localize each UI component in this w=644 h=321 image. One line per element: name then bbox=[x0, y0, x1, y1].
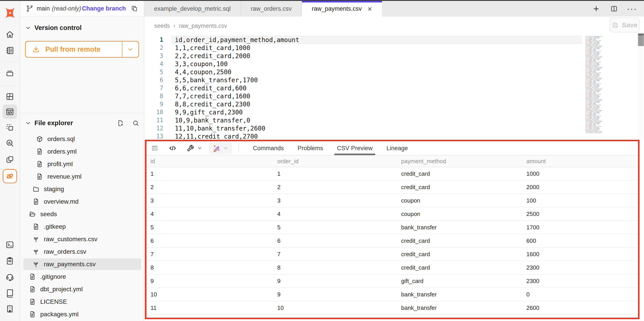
split-view-icon[interactable] bbox=[610, 5, 618, 13]
search-chart-icon[interactable] bbox=[5, 138, 14, 148]
cell: 2 bbox=[273, 184, 397, 191]
home-icon[interactable] bbox=[5, 30, 14, 39]
table-icon[interactable] bbox=[150, 144, 159, 152]
file-item-label: raw_payments.csv bbox=[44, 261, 96, 268]
code-line: 87,7,credit_card,1600 bbox=[144, 92, 636, 100]
notebook-icon[interactable] bbox=[5, 46, 14, 55]
breadcrumb-separator: › bbox=[173, 22, 175, 29]
file-item-license[interactable]: LICENSE bbox=[23, 296, 141, 308]
file-item-orders-sql[interactable]: orders.sql bbox=[23, 133, 141, 145]
line-number: 12 bbox=[144, 125, 163, 132]
line-number: 1 bbox=[144, 36, 163, 43]
line-number: 5 bbox=[144, 69, 163, 75]
clipboard-icon[interactable] bbox=[5, 256, 14, 266]
breadcrumb-parent[interactable]: seeds bbox=[154, 22, 170, 29]
folder-item-seeds[interactable]: seeds bbox=[23, 208, 141, 220]
new-tab-icon[interactable]: + bbox=[592, 5, 600, 13]
file-item-packages-yml[interactable]: packages.yml bbox=[23, 308, 141, 320]
file-item-overview-md[interactable]: overview.md bbox=[23, 196, 141, 208]
chevron-down-icon[interactable] bbox=[223, 146, 228, 151]
code-editor[interactable]: 1id,order_id,payment_method,amount 21,1,… bbox=[144, 36, 636, 141]
table-row: 88credit_card2300 bbox=[146, 261, 638, 274]
file-item-gitkeep[interactable]: .gitkeep bbox=[23, 221, 141, 232]
book-icon[interactable] bbox=[5, 288, 14, 298]
file-explorer-title: File explorer bbox=[34, 119, 73, 127]
tab-lineage[interactable]: Lineage bbox=[386, 141, 408, 155]
scrollbar-thumb[interactable] bbox=[638, 34, 644, 46]
file-item-label: orders.yml bbox=[48, 148, 77, 155]
minimap[interactable]: id,order_id,payment_method,amount 1,1,cr… bbox=[586, 36, 602, 140]
bottom-panel-toolbar: Commands Problems CSV Preview Lineage bbox=[146, 141, 638, 156]
archive-icon[interactable] bbox=[5, 68, 14, 78]
tab-commands[interactable]: Commands bbox=[253, 141, 284, 155]
doc-icon bbox=[28, 286, 36, 293]
bp-tab-label: Problems bbox=[298, 145, 323, 152]
file-item-revenue-yml[interactable]: revenue.yml bbox=[23, 171, 141, 182]
external-window-icon[interactable] bbox=[5, 155, 14, 164]
pull-button-main[interactable]: Pull from remote bbox=[26, 42, 122, 57]
change-branch-link[interactable]: Change branch bbox=[82, 5, 126, 12]
file-item-dbt-project-yml[interactable]: dbt_project.yml bbox=[23, 284, 141, 295]
wand-button[interactable] bbox=[209, 142, 232, 154]
code-icon[interactable] bbox=[168, 144, 177, 152]
copy-icon[interactable] bbox=[131, 5, 138, 12]
doc-icon bbox=[32, 198, 40, 206]
breadcrumb-file[interactable]: raw_payments.csv bbox=[179, 22, 227, 29]
tab-example-develop-metric[interactable]: example_develop_metric.sql bbox=[144, 1, 241, 16]
cell: 1600 bbox=[522, 251, 638, 258]
table-row: 33coupon100 bbox=[146, 194, 638, 208]
code-line: 1211,10,bank_transfer,2600 bbox=[144, 124, 636, 132]
terminal-icon[interactable] bbox=[5, 240, 14, 250]
crop-icon[interactable] bbox=[5, 123, 14, 132]
tab-csv-preview[interactable]: CSV Preview bbox=[337, 141, 372, 155]
line-number: 2 bbox=[144, 44, 163, 51]
file-item-raw-orders-csv[interactable]: raw_orders.csv bbox=[23, 246, 141, 258]
more-options-icon[interactable]: ··· bbox=[628, 5, 636, 13]
file-item-gitignore[interactable]: .gitignore bbox=[23, 271, 141, 282]
branch-name: main bbox=[37, 5, 50, 12]
scrollbar[interactable] bbox=[638, 34, 644, 140]
code-line: 32,2,credit_card,2000 bbox=[144, 52, 636, 60]
code-editor-icon[interactable] bbox=[5, 107, 14, 116]
file-item-profit-yml[interactable]: profit.yml bbox=[23, 158, 141, 170]
headset-icon[interactable] bbox=[5, 272, 14, 282]
cell: 100 bbox=[522, 197, 638, 204]
divider bbox=[2, 86, 18, 86]
dashboard-icon[interactable] bbox=[5, 92, 14, 101]
new-file-icon[interactable] bbox=[117, 120, 124, 127]
folder-item-staging[interactable]: staging bbox=[23, 183, 141, 195]
wrench-icon[interactable] bbox=[186, 144, 195, 152]
line-number: 7 bbox=[144, 85, 163, 92]
tab-raw-orders[interactable]: raw_orders.csv bbox=[241, 1, 302, 16]
file-item-orders-yml[interactable]: orders.yml bbox=[23, 146, 141, 157]
dbt-logo[interactable] bbox=[3, 6, 17, 20]
building-icon[interactable] bbox=[5, 304, 14, 314]
cell: 6 bbox=[273, 238, 397, 244]
pull-button-dropdown[interactable] bbox=[122, 42, 138, 57]
file-explorer-header[interactable]: File explorer bbox=[25, 119, 139, 127]
file-item-label: .gitkeep bbox=[44, 223, 66, 230]
code-line: 1110,9,bank_transfer,0 bbox=[144, 116, 636, 124]
save-button[interactable]: Save bbox=[610, 18, 640, 32]
tab-problems[interactable]: Problems bbox=[298, 141, 323, 155]
pull-from-remote-button[interactable]: Pull from remote bbox=[25, 41, 139, 58]
code-line: 21,1,credit_card,1000 bbox=[144, 44, 636, 52]
wand-icon bbox=[212, 144, 221, 152]
table-row: 1110bank_transfer2600 bbox=[146, 301, 638, 315]
file-item-raw-payments-csv[interactable]: raw_payments.csv bbox=[23, 258, 141, 270]
search-icon[interactable] bbox=[132, 120, 139, 127]
chevron-down-icon bbox=[25, 120, 31, 126]
chevron-down-icon[interactable] bbox=[197, 146, 202, 151]
cell: coupon bbox=[397, 197, 522, 204]
cell: bank_transfer bbox=[397, 224, 522, 231]
line-text: 2,2,credit_card,2000 bbox=[175, 52, 250, 60]
git-branch-icon bbox=[26, 5, 34, 12]
file-item-raw-customers-csv[interactable]: raw_customers.csv bbox=[23, 233, 141, 245]
close-icon[interactable]: × bbox=[368, 5, 372, 12]
atom-icon[interactable] bbox=[5, 172, 14, 181]
tab-bar-controls: + ··· bbox=[592, 1, 644, 16]
version-control-header[interactable]: Version control bbox=[25, 24, 82, 32]
tab-raw-payments[interactable]: raw_payments.csv × bbox=[302, 1, 382, 16]
file-item-label: overview.md bbox=[44, 198, 79, 205]
cell: gift_card bbox=[397, 278, 522, 284]
